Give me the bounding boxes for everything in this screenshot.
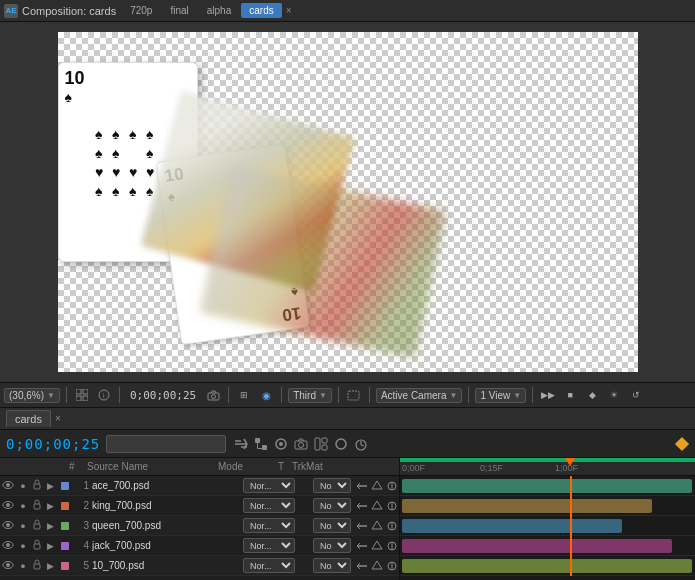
svg-point-28 — [6, 483, 10, 487]
layer-trk-cell[interactable]: None — [313, 538, 355, 553]
layer-row: ● ▶ 2 king_700.psd Nor... Normal Add Mul… — [0, 496, 399, 516]
layer-lock-toggle[interactable] — [30, 499, 44, 512]
track-bar[interactable] — [402, 519, 622, 533]
grid-btn[interactable] — [73, 386, 91, 404]
view-count-dropdown[interactable]: 1 View ▼ — [475, 388, 526, 403]
tab-cards-active[interactable]: cards — [241, 3, 281, 18]
layer-visibility-toggle[interactable] — [0, 480, 16, 492]
layer-trk-select[interactable]: None — [313, 478, 351, 493]
layer-expand-toggle[interactable]: ▶ — [44, 501, 56, 511]
switch-3d[interactable] — [370, 559, 384, 573]
layer-trk-select[interactable]: None — [313, 538, 351, 553]
tl-icon-align[interactable] — [252, 435, 270, 453]
layer-row: ● ▶ 1 ace_700.psd Nor... Normal Add Mult… — [0, 476, 399, 496]
layer-mode-cell[interactable]: Nor... Normal Add Multiply — [243, 518, 299, 533]
tl-icon-grid-view[interactable] — [312, 435, 330, 453]
layer-lock-toggle[interactable] — [30, 559, 44, 572]
timeline-search[interactable] — [106, 435, 226, 453]
switch-motion-blur[interactable] — [355, 499, 369, 513]
layer-trk-select[interactable]: None — [313, 518, 351, 533]
timeline-timecode[interactable]: 0;00;00;25 — [6, 436, 100, 452]
switch-effects[interactable] — [385, 539, 399, 553]
layer-expand-toggle[interactable]: ▶ — [44, 541, 56, 551]
zoom-dropdown[interactable]: (30,6%) ▼ — [4, 388, 60, 403]
third-view-dropdown[interactable]: Third ▼ — [288, 388, 332, 403]
tab-alpha[interactable]: alpha — [199, 3, 239, 18]
layer-solo-toggle[interactable]: ● — [16, 501, 30, 511]
switch-effects[interactable] — [385, 559, 399, 573]
switch-motion-blur[interactable] — [355, 559, 369, 573]
svg-rect-21 — [322, 438, 327, 443]
layer-mode-select[interactable]: Nor... Normal Add Multiply — [243, 498, 295, 513]
layer-expand-toggle[interactable]: ▶ — [44, 561, 56, 571]
track-bar[interactable] — [402, 479, 692, 493]
timecode-display[interactable]: 0;00;00;25 — [126, 388, 200, 403]
layer-name: king_700.psd — [92, 500, 243, 511]
info-btn[interactable]: i — [95, 386, 113, 404]
layer-solo-toggle[interactable]: ● — [16, 561, 30, 571]
switch-effects[interactable] — [385, 479, 399, 493]
track-bar[interactable] — [402, 539, 672, 553]
switch-3d[interactable] — [370, 499, 384, 513]
layer-solo-toggle[interactable]: ● — [16, 541, 30, 551]
tl-icon-stagger[interactable] — [232, 435, 250, 453]
tl-icon-solo[interactable] — [272, 435, 290, 453]
fast-preview-btn[interactable]: ▶▶ — [539, 386, 557, 404]
layer-visibility-toggle[interactable] — [0, 500, 16, 512]
layer-expand-toggle[interactable]: ▶ — [44, 481, 56, 491]
svg-text:i: i — [103, 392, 105, 399]
switch-motion-blur[interactable] — [355, 539, 369, 553]
switch-motion-blur[interactable] — [355, 519, 369, 533]
layer-lock-toggle[interactable] — [30, 539, 44, 552]
layer-trk-select[interactable]: None — [313, 498, 351, 513]
track-bar[interactable] — [402, 499, 652, 513]
tl-icon-stopwatch[interactable] — [352, 435, 370, 453]
exposure-btn[interactable]: ☀ — [605, 386, 623, 404]
color-picker-btn[interactable]: ◉ — [257, 386, 275, 404]
layer-mode-cell[interactable]: Nor... Normal Add Multiply — [243, 558, 299, 573]
layer-visibility-toggle[interactable] — [0, 520, 16, 532]
layer-trk-cell[interactable]: None — [313, 498, 355, 513]
layer-lock-toggle[interactable] — [30, 519, 44, 532]
layer-trk-cell[interactable]: None — [313, 478, 355, 493]
switch-3d[interactable] — [370, 479, 384, 493]
timeline-tab-cards[interactable]: cards — [6, 410, 51, 427]
tab-final[interactable]: final — [162, 3, 196, 18]
snapshot-btn[interactable] — [204, 386, 222, 404]
track-bar[interactable] — [402, 559, 692, 573]
layer-mode-cell[interactable]: Nor... Normal Add Multiply — [243, 478, 299, 493]
layer-solo-toggle[interactable]: ● — [16, 481, 30, 491]
layer-visibility-toggle[interactable] — [0, 540, 16, 552]
svg-marker-33 — [372, 481, 382, 489]
layer-mode-select[interactable]: Nor... Normal Add Multiply — [243, 478, 295, 493]
layer-mode-select[interactable]: Nor... Normal Add Multiply — [243, 538, 295, 553]
switch-3d[interactable] — [370, 539, 384, 553]
render-btn[interactable]: ■ — [561, 386, 579, 404]
switch-effects[interactable] — [385, 499, 399, 513]
opengl-btn[interactable]: ◆ — [583, 386, 601, 404]
switch-effects[interactable] — [385, 519, 399, 533]
layer-mode-cell[interactable]: Nor... Normal Add Multiply — [243, 538, 299, 553]
tl-icon-camera[interactable] — [292, 435, 310, 453]
layer-trk-cell[interactable]: None — [313, 558, 355, 573]
transparency-btn[interactable]: ⊞ — [235, 386, 253, 404]
layer-trk-cell[interactable]: None — [313, 518, 355, 533]
tl-icon-shape[interactable] — [332, 435, 350, 453]
layer-mode-cell[interactable]: Nor... Normal Add Multiply — [243, 498, 299, 513]
switch-motion-blur[interactable] — [355, 479, 369, 493]
svg-marker-51 — [372, 521, 382, 529]
close-button[interactable]: × — [286, 5, 292, 16]
timeline-close[interactable]: × — [55, 413, 61, 424]
layer-mode-select[interactable]: Nor... Normal Add Multiply — [243, 518, 295, 533]
reset-btn[interactable]: ↺ — [627, 386, 645, 404]
region-btn[interactable] — [345, 386, 363, 404]
layer-lock-toggle[interactable] — [30, 479, 44, 492]
layer-visibility-toggle[interactable] — [0, 560, 16, 572]
layer-trk-select[interactable]: None — [313, 558, 351, 573]
layer-expand-toggle[interactable]: ▶ — [44, 521, 56, 531]
layer-solo-toggle[interactable]: ● — [16, 521, 30, 531]
tab-720p[interactable]: 720p — [122, 3, 160, 18]
switch-3d[interactable] — [370, 519, 384, 533]
camera-dropdown[interactable]: Active Camera ▼ — [376, 388, 463, 403]
layer-mode-select[interactable]: Nor... Normal Add Multiply — [243, 558, 295, 573]
